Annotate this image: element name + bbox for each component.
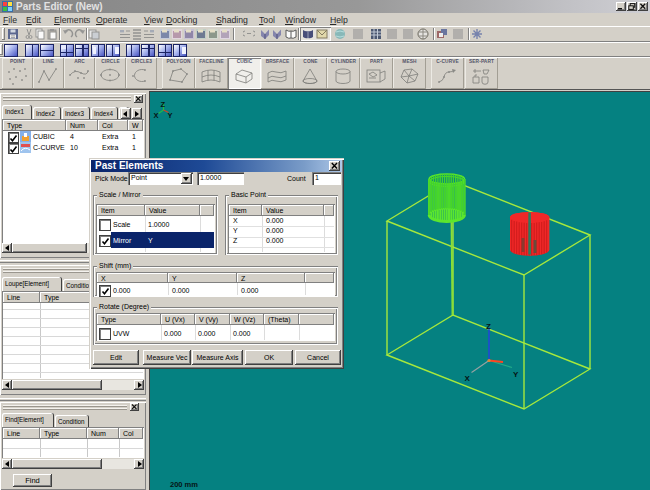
- svg-text:Y: Y: [513, 370, 519, 379]
- svg-text:Z: Z: [486, 322, 491, 331]
- svg-text:Z: Z: [161, 100, 166, 109]
- svg-text:Y: Y: [168, 111, 173, 120]
- svg-text:X: X: [154, 111, 159, 120]
- svg-text:X: X: [465, 374, 471, 383]
- svg-text:200 mm: 200 mm: [170, 480, 198, 489]
